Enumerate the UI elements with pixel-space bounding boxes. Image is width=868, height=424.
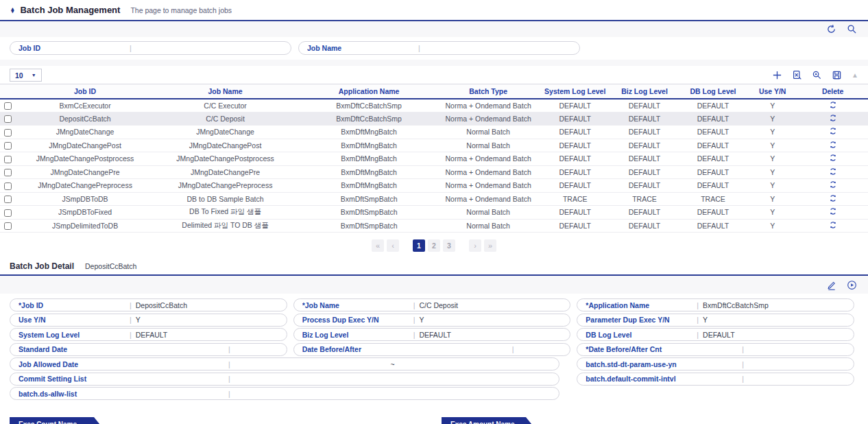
pagination-next-button[interactable]: › (469, 239, 481, 252)
detail-form: *Job ID | DepositCcBatch *Job Name | C/C… (0, 294, 868, 407)
table-row[interactable]: JSmpDelimitedToDB Delimited 파일 TO DB 샘플 … (0, 219, 868, 233)
search-field[interactable]: Job ID | (10, 41, 291, 55)
bottom-tab[interactable]: Exec Amount Name (442, 417, 538, 424)
col-application-name: Application Name (301, 84, 437, 99)
detail-field[interactable]: Process Dup Exec Y/N | Y (293, 314, 571, 327)
detail-field[interactable]: Parameter Dup Exec Y/N | Y (577, 314, 854, 327)
delete-row-icon[interactable] (829, 127, 837, 135)
row-checkbox[interactable] (4, 102, 12, 110)
detail-field-label: Commit Setting List (19, 375, 228, 383)
cell-application-name: BxmDftCcBatchSmp (301, 99, 437, 113)
delete-row-icon[interactable] (829, 154, 837, 162)
cell-batch-type: Norma + Ondemand Batch (437, 99, 540, 113)
field-divider: | (697, 331, 699, 339)
delete-row-icon[interactable] (829, 101, 837, 109)
detail-field[interactable]: batch.std-dt-param-use-yn | (577, 357, 854, 370)
cell-job-name: JMngDateChangePre (149, 165, 302, 179)
delete-row-icon[interactable] (829, 207, 837, 215)
row-checkbox[interactable] (4, 156, 12, 163)
table-row[interactable]: BxmCcExecutor C/C Executor BxmDftCcBatch… (0, 99, 868, 113)
search-field[interactable]: Job Name | (298, 41, 580, 55)
detail-field-value: DEFAULT (136, 331, 167, 339)
delete-row-icon[interactable] (829, 141, 837, 149)
bottom-tab[interactable]: Exec Count Name (10, 417, 106, 424)
detail-field[interactable]: Commit Setting List | (10, 373, 559, 386)
batch-job-table: Job ID Job Name Application Name Batch T… (0, 84, 868, 233)
detail-field[interactable]: Use Y/N | Y (10, 314, 287, 327)
table-header: Job ID Job Name Application Name Batch T… (0, 84, 868, 99)
delete-row-icon[interactable] (829, 114, 837, 122)
table-row[interactable]: JMngDateChangePre JMngDateChangePre BxmD… (0, 165, 868, 179)
table-row[interactable]: DepositCcBatch C/C Deposit BxmDftCcBatch… (0, 112, 868, 126)
cell-job-name: C/C Deposit (149, 112, 302, 126)
detail-field[interactable]: Job Allowed Date | ~ (10, 357, 559, 370)
zoom-search-icon[interactable] (812, 70, 822, 80)
save-icon[interactable] (832, 70, 842, 80)
detail-field[interactable]: System Log Level | DEFAULT (10, 328, 287, 341)
table-row[interactable]: JSmpDBToDB DB to DB Sample Batch BxmDftS… (0, 192, 868, 206)
add-row-icon[interactable] (772, 70, 782, 80)
collapse-grid-icon[interactable]: ▲ (852, 71, 858, 79)
detail-field[interactable]: Standard Date | (10, 343, 287, 356)
cell-application-name: BxmDftSmpBatch (301, 219, 437, 233)
delete-row-icon[interactable] (829, 194, 837, 202)
pagination-page-1-button[interactable]: 1 (413, 239, 425, 252)
delete-row-icon[interactable] (829, 221, 837, 229)
row-checkbox[interactable] (4, 169, 12, 176)
row-checkbox[interactable] (4, 209, 12, 217)
row-checkbox[interactable] (4, 196, 12, 203)
cell-use-yn: Y (747, 99, 797, 113)
cell-system-log-level: DEFAULT (540, 179, 610, 193)
pagination-page-2-button[interactable]: 2 (428, 239, 440, 252)
detail-field[interactable]: batch.default-commit-intvl | (577, 373, 854, 386)
cell-system-log-level: DEFAULT (540, 219, 610, 233)
table-row[interactable]: JMngDateChangePost JMngDateChangePost Bx… (0, 139, 868, 152)
cell-job-id: JSmpDelimitedToDB (21, 219, 149, 233)
delete-row-icon[interactable] (829, 180, 837, 189)
delete-row-icon[interactable] (829, 167, 837, 176)
cell-job-name: JMngDateChangePost (149, 139, 302, 152)
refresh-icon[interactable] (826, 24, 836, 34)
table-row[interactable]: JMngDateChangePostprocess JMngDateChange… (0, 152, 868, 166)
row-checkbox[interactable] (4, 115, 12, 123)
detail-field[interactable]: Biz Log Level | DEFAULT (293, 328, 571, 341)
table-row[interactable]: JMngDateChangePreprocess JMngDateChangeP… (0, 179, 868, 193)
detail-field-label: Date Before/After (302, 345, 512, 353)
detail-field[interactable]: *Application Name | BxmDftCcBatchSmp (577, 298, 854, 311)
cell-biz-log-level: DEFAULT (610, 139, 679, 152)
pagination-last-button[interactable]: » (484, 239, 496, 252)
run-job-icon[interactable] (847, 280, 857, 290)
row-checkbox[interactable] (4, 142, 12, 150)
field-divider: | (228, 360, 230, 368)
page-size-select[interactable]: 10 ▼ (10, 69, 42, 82)
row-checkbox[interactable] (4, 222, 12, 230)
detail-field[interactable]: DB Log Level | DEFAULT (577, 328, 854, 341)
cell-biz-log-level: DEFAULT (610, 179, 679, 193)
pagination-prev-button[interactable]: ‹ (387, 239, 399, 252)
bottom-tabs: Exec Count Name .. Exec Amount Name .. (10, 417, 858, 424)
cell-job-name: C/C Executor (149, 99, 302, 113)
detail-field[interactable]: *Job ID | DepositCcBatch (10, 298, 287, 311)
detail-field-value: DepositCcBatch (136, 301, 187, 309)
table-row[interactable]: JMngDateChange JMngDateChange BxmDftMngB… (0, 126, 868, 139)
detail-field-label: batch.ds-allw-list (19, 390, 228, 398)
pagination-first-button[interactable]: « (372, 239, 384, 252)
cell-batch-type: Norma + Ondemand Batch (437, 192, 540, 206)
row-checkbox[interactable] (4, 129, 12, 137)
excel-export-icon[interactable] (792, 70, 802, 80)
row-checkbox[interactable] (4, 182, 12, 190)
detail-field[interactable]: *Job Name | C/C Deposit (293, 298, 571, 311)
detail-subtitle: DepositCcBatch (85, 262, 136, 270)
field-divider: | (418, 44, 420, 52)
search-icon[interactable] (847, 24, 857, 34)
cell-system-log-level: DEFAULT (540, 152, 610, 166)
cell-system-log-level: DEFAULT (540, 165, 610, 179)
edit-icon[interactable] (826, 280, 836, 290)
detail-field[interactable]: batch.ds-allw-list | (10, 387, 559, 400)
pagination-page-3-button[interactable]: 3 (443, 239, 455, 252)
detail-field[interactable]: Date Before/After | (293, 343, 571, 356)
table-row[interactable]: JSmpDBToFixed DB To Fixed 파일 샘플 BxmDftSm… (0, 206, 868, 220)
detail-field[interactable]: *Date Before/After Cnt | (577, 343, 854, 356)
page-header: ◆ Batch Job Management The page to manag… (0, 0, 868, 20)
detail-field-label: System Log Level (19, 331, 130, 339)
